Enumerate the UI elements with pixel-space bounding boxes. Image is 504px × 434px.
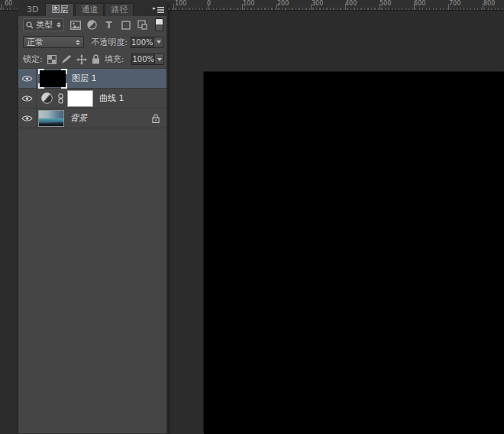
layer-filter-bar: 类型 T [18,16,166,34]
photoshop-workspace: 60 100 0 100 200 300 400 500 600 700 800… [0,0,504,434]
blend-opacity-bar: 正常 不透明度: 100% [18,34,166,50]
background-lock-icon [152,114,160,123]
lock-all-icon[interactable] [92,54,100,65]
layer-row-curves1[interactable]: 曲线 1 [18,89,166,108]
lock-transparency-icon[interactable] [47,54,57,65]
blend-mode-value: 正常 [27,37,74,48]
ruler-label: 200 [277,0,289,7]
opacity-dropdown[interactable]: 100% [131,37,163,48]
fill-dropdown[interactable]: 100% [131,53,164,65]
ruler-label: 100 [175,0,186,7]
dropdown-arrows-icon [57,22,61,28]
ruler-label: 800 [483,0,495,7]
panel-menu-icon[interactable] [152,6,164,14]
fill-arrow-icon[interactable] [155,53,164,65]
layers-panel-body: 类型 T [18,16,167,434]
layer-name[interactable]: 曲线 1 [99,92,124,104]
ruler-label: 60 [5,0,12,7]
lock-position-icon[interactable] [76,54,87,65]
eye-icon [21,75,33,83]
fill-value[interactable]: 100% [131,53,155,65]
shape-layer-filter-icon[interactable] [120,20,131,31]
ruler-label: 400 [345,0,357,7]
layers-panel: 3D 图层 通道 路径 类型 [18,2,167,434]
tab-layers[interactable]: 图层 [45,3,74,16]
layer-name[interactable]: 图层 1 [72,73,97,84]
opacity-value[interactable]: 100% [131,37,154,48]
eye-icon [21,95,33,102]
tab-paths[interactable]: 路径 [105,3,134,16]
filter-type-label: 类型 [36,19,53,31]
panel-tab-bar: 3D 图层 通道 路径 [18,2,167,16]
layer-row-layer1[interactable]: 图层 1 [18,69,166,89]
lock-label: 锁定: [23,53,43,65]
document-canvas[interactable] [204,72,504,434]
curves-adjustment-icon[interactable] [41,92,53,104]
visibility-toggle[interactable] [18,69,37,88]
opacity-label: 不透明度: [91,37,128,48]
ruler-label: 600 [414,0,425,7]
pixel-layer-filter-icon[interactable] [69,20,81,31]
layer-filter-toggle[interactable] [155,18,163,31]
tab-channels[interactable]: 通道 [75,3,104,16]
mask-link-icon[interactable] [58,93,63,104]
smart-object-filter-icon[interactable] [137,20,148,31]
search-icon [26,21,34,29]
layers-list-empty-area[interactable] [18,128,166,433]
blend-mode-select[interactable]: 正常 [23,36,84,48]
filter-type-dropdown[interactable]: 类型 [23,18,64,31]
ruler-label: 700 [449,0,460,7]
text-layer-filter-icon[interactable]: T [103,20,115,31]
fill-label: 填充: [105,53,124,65]
layer-mask-thumbnail[interactable] [67,90,93,107]
visibility-toggle[interactable] [18,108,37,128]
ruler-label: 300 [312,0,323,7]
tab-3d[interactable]: 3D [21,3,44,16]
ruler-label: 100 [243,0,254,7]
lock-paint-icon[interactable] [61,54,72,65]
opacity-arrow-icon[interactable] [154,37,163,48]
layer-thumbnail[interactable] [40,70,66,87]
layer-row-background[interactable]: 背景 [18,108,166,128]
lock-fill-bar: 锁定: [18,50,166,69]
layer-name[interactable]: 背景 [70,112,87,124]
ruler-label: 0 [207,0,211,7]
layer-thumbnail[interactable] [38,110,64,127]
visibility-toggle[interactable] [18,89,37,108]
dropdown-arrows-icon [76,40,80,45]
ruler-label: 500 [380,0,391,7]
eye-icon [21,115,33,122]
adjustment-layer-filter-icon[interactable] [86,20,98,31]
